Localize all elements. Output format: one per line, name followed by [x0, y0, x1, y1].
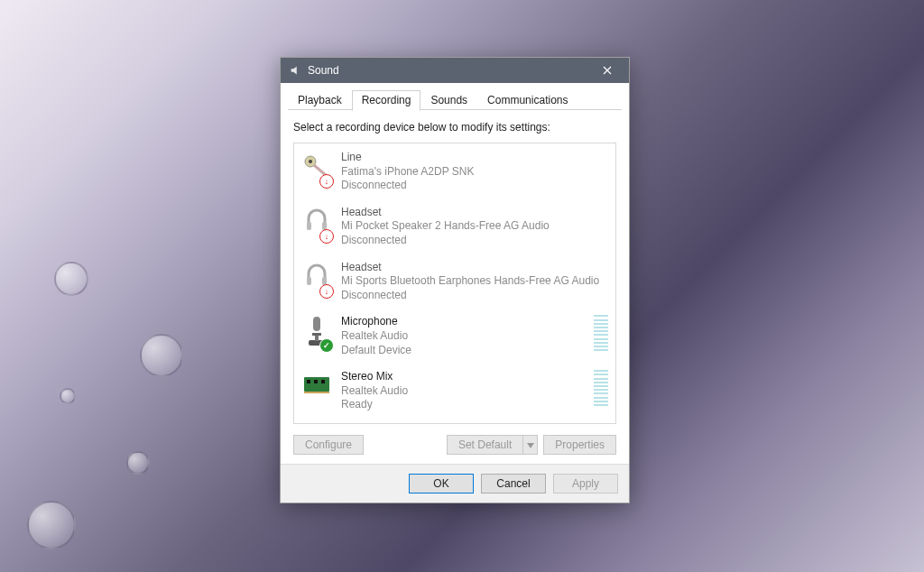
titlebar[interactable]: Sound: [281, 58, 629, 83]
device-name: Microphone: [341, 315, 579, 329]
device-item[interactable]: ✓ Microphone Realtek Audio Default Devic…: [294, 308, 615, 363]
svg-rect-2: [307, 222, 311, 230]
svg-rect-11: [307, 380, 310, 383]
device-name: Line: [341, 151, 608, 165]
chevron-down-icon: [527, 438, 534, 451]
set-default-dropdown[interactable]: [523, 435, 538, 455]
device-status: Ready: [341, 398, 579, 412]
svg-rect-14: [304, 392, 329, 393]
cancel-button[interactable]: Cancel: [481, 474, 546, 494]
svg-point-1: [309, 160, 312, 163]
device-status: Disconnected: [341, 234, 608, 248]
tab-communications[interactable]: Communications: [477, 90, 578, 110]
device-status: Default Device: [341, 344, 579, 358]
tab-playback[interactable]: Playback: [288, 90, 352, 110]
dialog-footer: OK Cancel Apply: [281, 464, 629, 503]
svg-rect-12: [314, 380, 318, 383]
svg-rect-13: [321, 380, 325, 383]
tab-sounds[interactable]: Sounds: [420, 90, 477, 110]
sound-icon: [288, 63, 302, 78]
tab-body-recording: Select a recording device below to modif…: [281, 110, 629, 464]
ok-button[interactable]: OK: [409, 474, 474, 494]
status-badge-icon: ↓: [319, 174, 334, 189]
svg-rect-9: [315, 336, 319, 341]
level-meter: [594, 370, 608, 406]
device-name: Headset: [341, 206, 608, 220]
headset-icon: ↓: [301, 204, 332, 244]
device-description: Fatima's iPhone A2DP SNK: [341, 165, 608, 180]
line-in-icon: ↓: [301, 149, 332, 189]
device-list[interactable]: ↓ Line Fatima's iPhone A2DP SNK Disconne…: [293, 143, 616, 424]
status-badge-icon: ↓: [319, 284, 334, 299]
device-name: Stereo Mix: [341, 370, 579, 384]
level-meter: [594, 315, 608, 351]
device-description: Mi Pocket Speaker 2 Hands-Free AG Audio: [341, 219, 608, 234]
device-description: Realtek Audio: [341, 384, 579, 399]
device-status: Disconnected: [341, 289, 608, 303]
device-item[interactable]: ↓ Headset Mi Pocket Speaker 2 Hands-Free…: [294, 198, 615, 254]
device-item[interactable]: Stereo Mix Realtek Audio Ready: [294, 363, 615, 418]
svg-rect-4: [307, 277, 311, 285]
device-item[interactable]: ↓ Headset Mi Sports Bluetooth Earphones …: [294, 254, 615, 309]
status-badge-icon: ↓: [319, 229, 334, 244]
device-status: Disconnected: [341, 179, 608, 193]
svg-rect-10: [304, 377, 329, 392]
tabstrip: Playback Recording Sounds Communications: [281, 83, 629, 110]
soundcard-icon: [301, 368, 332, 408]
status-badge-icon: ✓: [319, 338, 334, 353]
microphone-icon: ✓: [301, 313, 332, 353]
configure-button[interactable]: Configure: [293, 435, 364, 455]
device-description: Realtek Audio: [341, 329, 579, 344]
set-default-button[interactable]: Set Default: [447, 435, 523, 455]
svg-rect-6: [313, 317, 320, 331]
window-title: Sound: [308, 64, 591, 77]
headset-icon: ↓: [301, 259, 332, 299]
device-description: Mi Sports Bluetooth Earphones Hands-Free…: [341, 274, 608, 289]
device-item[interactable]: ↓ Line Fatima's iPhone A2DP SNK Disconne…: [294, 143, 615, 198]
apply-button[interactable]: Apply: [553, 474, 618, 494]
instruction-text: Select a recording device below to modif…: [293, 121, 616, 134]
properties-button[interactable]: Properties: [543, 435, 616, 455]
svg-rect-7: [312, 333, 321, 336]
sound-dialog: Sound Playback Recording Sounds Communic…: [280, 57, 630, 503]
device-name: Headset: [341, 261, 608, 275]
tab-recording[interactable]: Recording: [352, 90, 421, 111]
close-icon[interactable]: [591, 58, 624, 83]
